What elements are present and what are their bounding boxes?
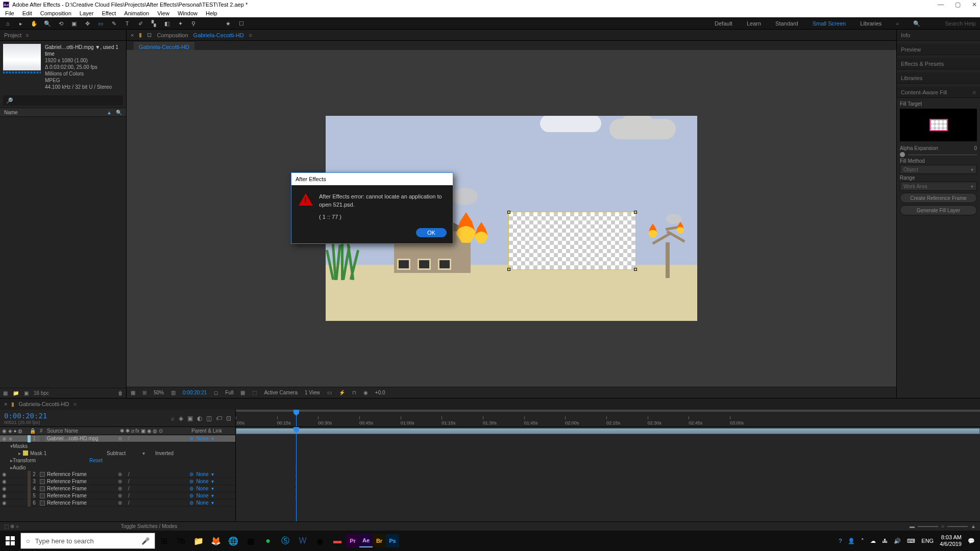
clone-tool-icon[interactable]: ▚ [150,20,157,27]
workspace-overflow-icon[interactable]: » [896,20,899,27]
caf-range-dropdown[interactable]: Work Area▾ [900,182,977,191]
tl-flow-icon[interactable]: ▮ [11,401,14,408]
comp-panel-menu-icon[interactable]: ≡ [249,32,252,38]
edge-icon[interactable]: 🌐 [225,531,242,551]
notifications-icon[interactable]: 💬 [968,538,975,544]
transparency-icon[interactable]: ▦ [240,390,245,395]
mask-inverted[interactable]: Inverted [155,450,174,456]
exposure-reset-icon[interactable]: ◉ [363,390,368,395]
minimize-button[interactable]: — [938,1,944,8]
snap-icon[interactable]: ★ [225,20,232,27]
roto-tool-icon[interactable]: ✦ [177,20,184,27]
transform-reset[interactable]: Reset [89,458,103,463]
mask-mode[interactable]: Subtract [107,450,142,456]
anchor-tool-icon[interactable]: ✥ [84,20,91,27]
tl-tag-icon[interactable]: 🏷 [216,415,222,422]
zoom-slider[interactable]: ▬○▲ [910,523,976,529]
toggle-switches[interactable]: Toggle Switches / Modes [121,523,178,529]
store-icon[interactable]: 🛍 [173,531,190,551]
chrome-icon[interactable]: ◉ [311,531,329,551]
tl-fx-icon[interactable]: ▣ [187,415,193,422]
type-tool-icon[interactable]: T [124,20,131,27]
project-search[interactable]: 🔎 [3,95,123,106]
workspace-default[interactable]: Default [715,20,732,27]
search-help[interactable]: Search Help [945,20,976,27]
close-button[interactable]: ✕ [972,1,977,8]
project-tab[interactable]: Project [4,32,21,38]
zoom-tool-icon[interactable]: 🔍 [44,20,51,27]
close-tab-icon[interactable]: × [131,32,134,38]
caf-generate-button[interactable]: Generate Fill Layer [900,205,977,215]
network-icon[interactable]: 🖧 [882,538,888,544]
grid-icon[interactable]: ▦ [131,390,135,395]
col-parent[interactable]: Parent & Link [189,428,235,434]
channel-icon[interactable]: ▥ [171,390,176,395]
maximize-button[interactable]: ▢ [955,1,961,8]
panel-info[interactable]: Info [897,30,980,41]
3d-icon[interactable]: ⬚ [252,390,257,395]
magnification[interactable]: 50% [154,390,164,395]
menu-window[interactable]: Window [178,10,198,16]
panel-menu-icon[interactable]: ≡ [26,32,29,38]
ok-button[interactable]: OK [416,228,447,237]
onedrive-icon[interactable]: ☁ [870,538,876,544]
timeline-ruler[interactable]: :00s00:15s00:30s00:45s01:00s01:15s01:30s… [236,410,980,427]
workspace-libraries[interactable]: Libraries [860,20,881,27]
rotate-tool-icon[interactable]: ⟲ [57,20,64,27]
panel-effects[interactable]: Effects & Presets [897,58,980,69]
layer-row[interactable]: ◉3Reference Frame⊕ /⊚ None ▾ [0,478,235,485]
workspace-learn[interactable]: Learn [747,20,761,27]
viewer-timecode[interactable]: 0:00:20:21 [183,390,207,395]
flow-nav-icon[interactable]: ⊡ [147,32,152,38]
bridge-icon[interactable]: Br [373,534,386,547]
tl-graph-icon[interactable]: ◫ [206,415,212,422]
resolution-dropdown[interactable]: Full [225,390,233,395]
camera-dropdown[interactable]: Active Camera [264,390,298,395]
mask-color-icon[interactable] [23,450,28,456]
layer-row[interactable]: ◉6Reference Frame⊕ /⊚ None ▾ [0,499,235,507]
mask-1[interactable]: Mask 1 [30,450,107,456]
col-name[interactable]: Name [4,110,18,115]
layer-row[interactable]: ◉◈1Gabriel…cotti-HD.mpg⊕/⊚ None ▾ [0,435,235,442]
menu-file[interactable]: File [5,10,14,16]
col-search-icon[interactable]: 🔍 [116,110,122,115]
sort-icon[interactable]: ▲ [107,110,112,115]
close-tab-icon[interactable]: × [4,401,7,407]
timeline-tracks[interactable] [236,427,980,521]
exposure[interactable]: +0.0 [375,390,385,395]
brush-tool-icon[interactable]: ✐ [137,20,144,27]
caf-method-dropdown[interactable]: Object▾ [900,165,977,174]
hand-tool-icon[interactable]: ✋ [31,20,38,27]
menu-view[interactable]: View [157,10,169,16]
firefox-icon[interactable]: 🦊 [207,531,225,551]
photoshop-icon[interactable]: Ps [386,534,399,547]
home-icon[interactable]: ⌂ [4,20,11,27]
fast-preview-icon[interactable]: ⚡ [339,390,345,395]
panel-menu-icon[interactable]: ≡ [973,89,976,95]
help-tray-icon[interactable]: ? [839,538,842,544]
new-comp-icon[interactable]: ▣ [24,390,29,396]
layer-row[interactable]: ◉5Reference Frame⊕ /⊚ None ▾ [0,492,235,499]
comp-name[interactable]: Gabriela-Cecotti-HD [193,32,244,38]
caf-create-ref-button[interactable]: Create Reference Frame [900,193,977,203]
input-icon[interactable]: ⌨ [907,538,915,544]
interpret-icon[interactable]: ▦ [3,390,8,396]
tl-foot-icon[interactable]: ⬚ ⊕ ⟐ [4,523,19,529]
menu-effect[interactable]: Effect [102,10,116,16]
start-button[interactable] [0,531,20,551]
asset-name[interactable]: Gabriel…otti-HD.mpg ▼ [45,44,100,50]
view-dropdown[interactable]: 1 View [305,390,320,395]
panel-caf[interactable]: Content-Aware Fill≡ [897,87,980,98]
people-tray-icon[interactable]: 👤 [848,538,855,544]
lang-indicator[interactable]: ENG [921,538,934,544]
current-timecode[interactable]: 0:00:20:21 [4,412,47,420]
menu-composition[interactable]: Composition [40,10,71,16]
clock[interactable]: 8:03 AM4/6/2019 [940,534,962,547]
layer-row[interactable]: ◉4Reference Frame⊕ /⊚ None ▾ [0,485,235,492]
col-source-name[interactable]: Source Name [45,428,118,434]
timeline-comp-name[interactable]: Gabriela-Cecotti-HD [18,401,69,407]
aftereffects-icon[interactable]: Ae [359,534,373,547]
taskbar-search[interactable]: ○Type here to search🎤 [20,533,155,549]
playhead[interactable] [296,410,297,427]
premiere-icon[interactable]: Pr [346,534,359,547]
